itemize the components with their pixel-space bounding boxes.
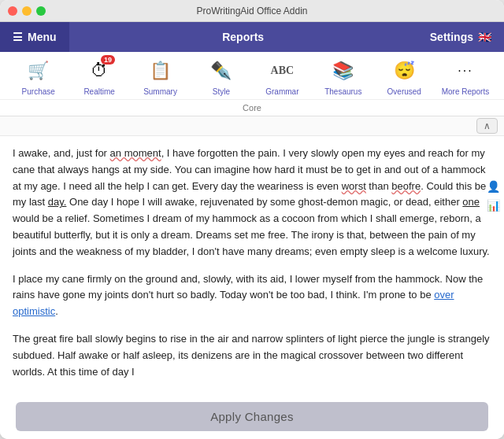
reports-label: Reports	[222, 31, 264, 43]
more-reports-button[interactable]: ··· More Reports	[442, 57, 490, 96]
maximize-button[interactable]	[36, 6, 46, 16]
sidebar-annotation-icons: 👤 📊	[482, 175, 504, 216]
grammar-button[interactable]: ABC Grammar	[258, 57, 306, 96]
grammar-label: Grammar	[265, 87, 298, 96]
close-button[interactable]	[8, 6, 17, 16]
summary-icon: 📋	[146, 57, 175, 85]
realtime-label: Realtime	[83, 87, 114, 96]
apply-changes-bar: Apply Changes	[0, 394, 504, 439]
scroll-up-button[interactable]: ∧	[476, 118, 498, 134]
nav-bar: ☰ Menu Reports Settings 🇬🇧	[0, 22, 504, 52]
main-window: ProWritingAid Office Addin ☰ Menu Report…	[0, 0, 504, 439]
overused-label: Overused	[387, 87, 421, 96]
style-button[interactable]: ✒️ Style	[198, 57, 245, 96]
realtime-badge: 19	[101, 55, 115, 65]
grammar-icon: ABC	[268, 57, 296, 85]
error-an-moment: an moment	[110, 147, 161, 159]
purchase-label: Purchase	[22, 87, 55, 96]
paragraph-2: I place my cane firmly on the ground and…	[13, 271, 491, 320]
content-area: I awake, and, just for an moment, I have…	[0, 136, 504, 439]
window-title: ProWritingAid Office Addin	[197, 6, 308, 17]
overused-button[interactable]: 😴 Overused	[380, 57, 428, 96]
user-icon[interactable]: 👤	[485, 179, 501, 194]
traffic-lights	[8, 6, 46, 16]
settings-label: Settings	[430, 31, 473, 43]
reports-nav-item[interactable]: Reports	[69, 22, 417, 52]
style-label: Style	[213, 87, 230, 96]
thesaurus-icon: 📚	[329, 57, 358, 85]
apply-changes-button[interactable]: Apply Changes	[16, 402, 488, 431]
minimize-button[interactable]	[22, 6, 32, 16]
purchase-icon: 🛒	[24, 57, 53, 85]
error-worst: worst	[342, 180, 366, 192]
underline-one: one	[462, 196, 480, 208]
title-bar: ProWritingAid Office Addin	[0, 0, 504, 22]
paragraph-1: I awake, and, just for an moment, I have…	[13, 146, 491, 260]
realtime-icon: ⏱ 19	[85, 57, 113, 85]
style-icon: ✒️	[207, 57, 235, 85]
more-reports-icon: ···	[451, 57, 480, 85]
scroll-controls: ∧	[0, 116, 504, 136]
settings-nav-item[interactable]: Settings 🇬🇧	[417, 22, 504, 52]
realtime-button[interactable]: ⏱ 19 Realtime	[76, 57, 123, 96]
menu-label: Menu	[28, 31, 57, 43]
summary-label: Summary	[143, 87, 177, 96]
thesaurus-label: Thesaurus	[324, 87, 361, 96]
settings-flag: 🇬🇧	[478, 31, 491, 43]
link-over-optimistic: over optimistic	[13, 289, 454, 317]
thesaurus-button[interactable]: 📚 Thesaurus	[320, 57, 367, 96]
chart-icon[interactable]: 📊	[485, 197, 501, 213]
summary-button[interactable]: 📋 Summary	[137, 57, 184, 96]
menu-icon: ☰	[13, 31, 23, 43]
more-reports-label: More Reports	[442, 87, 490, 96]
underline-day: day.	[48, 196, 67, 208]
paragraph-3: The great fire ball slowly begins to ris…	[13, 331, 491, 380]
toolbar: 🛒 Purchase ⏱ 19 Realtime 📋 Summary ✒️ St…	[0, 52, 504, 116]
menu-button[interactable]: ☰ Menu	[0, 22, 69, 52]
toolbar-icons: 🛒 Purchase ⏱ 19 Realtime 📋 Summary ✒️ St…	[0, 57, 504, 96]
purchase-button[interactable]: 🛒 Purchase	[15, 57, 62, 96]
error-beofre: beofre	[391, 180, 421, 192]
overused-icon: 😴	[390, 57, 418, 85]
core-label: Core	[0, 99, 504, 113]
